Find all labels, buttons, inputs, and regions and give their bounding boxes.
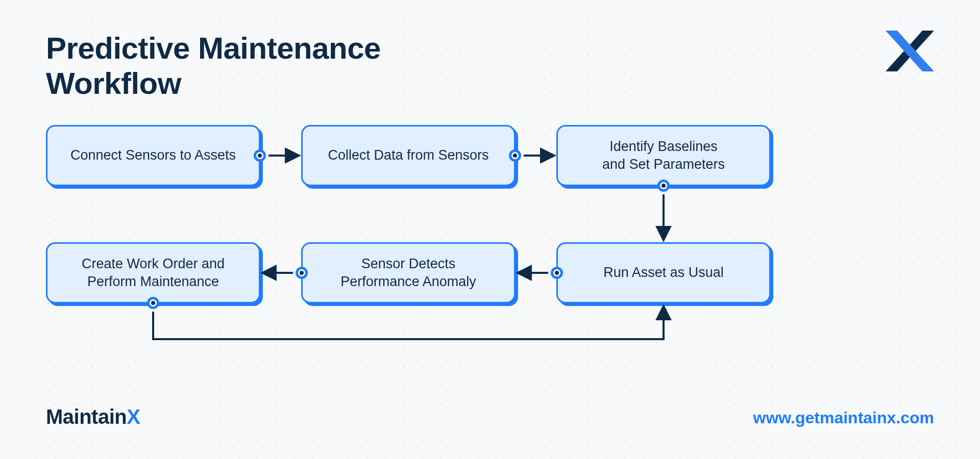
connector-port-icon: [147, 297, 159, 309]
node-connect-sensors: Connect Sensors to Assets: [46, 125, 260, 186]
node-create-work-order: Create Work Order and Perform Maintenanc…: [46, 242, 260, 303]
brand-url: www.getmaintainx.com: [753, 409, 934, 427]
connector-port-icon: [254, 149, 266, 162]
brand-name-accent: X: [127, 405, 140, 428]
node-label: Collect Data from Sensors: [328, 146, 488, 164]
node-label-line: Identify Baselines: [609, 139, 718, 154]
node-label-line: and Set Parameters: [602, 157, 725, 172]
brand-name-main: Maintain: [46, 405, 127, 428]
node-label: Run Asset as Usual: [603, 264, 724, 282]
svg-marker-2: [886, 51, 910, 71]
title-line-2: Workflow: [46, 66, 181, 100]
node-label-line: Perform Maintenance: [87, 274, 219, 289]
node-label-line: Create Work Order and: [82, 256, 225, 271]
brand-x-icon: [886, 31, 934, 71]
node-label: Sensor Detects Performance Anomaly: [340, 255, 476, 291]
node-sensor-anomaly: Sensor Detects Performance Anomaly: [301, 242, 516, 303]
node-identify-baselines: Identify Baselines and Set Parameters: [556, 125, 771, 186]
diagram-title: Predictive Maintenance Workflow: [46, 31, 381, 101]
node-collect-data: Collect Data from Sensors: [301, 125, 516, 186]
node-label: Identify Baselines and Set Parameters: [602, 138, 725, 173]
connector-port-icon: [296, 267, 308, 279]
svg-marker-1: [910, 31, 935, 51]
node-label: Create Work Order and Perform Maintenanc…: [82, 255, 225, 291]
node-label: Connect Sensors to Assets: [70, 146, 236, 164]
node-label-line: Performance Anomaly: [340, 274, 476, 289]
brand-logo: MaintainX: [46, 405, 140, 428]
title-line-1: Predictive Maintenance: [46, 31, 381, 65]
connector-port-icon: [509, 149, 521, 162]
node-run-asset: Run Asset as Usual: [556, 242, 771, 303]
connector-port-icon: [657, 180, 670, 192]
connector-port-icon: [551, 267, 563, 279]
node-label-line: Sensor Detects: [361, 256, 456, 271]
